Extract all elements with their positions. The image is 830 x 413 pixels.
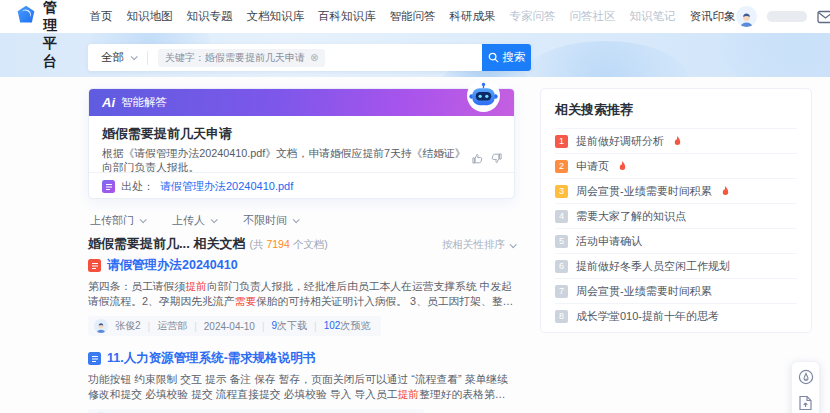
feedback-button[interactable]	[798, 369, 814, 385]
source-link[interactable]: 请假管理办法20240410.pdf	[160, 179, 293, 194]
logo[interactable]: 知识管理平台	[16, 0, 58, 71]
results-count: (共 7194 个文档)	[249, 238, 327, 252]
rank-badge: 7	[555, 285, 568, 298]
related-search-label: 活动申请确认	[576, 234, 642, 249]
search-button[interactable]: 搜索	[482, 44, 531, 71]
username-masked	[767, 11, 807, 22]
result-department: 运营部	[157, 319, 187, 333]
chevron-down-icon	[131, 53, 138, 60]
nav-item-3[interactable]: 文档知识库	[247, 9, 305, 24]
filter-label: 不限时间	[243, 213, 287, 228]
nav-item-6[interactable]: 科研成果	[450, 9, 496, 24]
pdf-file-icon	[88, 259, 101, 272]
related-search-label: 需要大家了解的知识点	[576, 209, 686, 224]
doc-file-icon	[88, 352, 101, 365]
search-scope-value: 全部	[101, 50, 124, 65]
nav-item-7[interactable]: 专家问答	[510, 9, 556, 24]
ai-source-divider	[89, 172, 514, 173]
filter-uploader[interactable]: 上传人	[172, 213, 216, 228]
chevron-down-icon	[510, 241, 517, 248]
related-search-label: 成长学堂010-提前十年的思考	[576, 309, 719, 324]
flame-icon	[673, 136, 682, 147]
search-button-label: 搜索	[503, 50, 526, 65]
keyword-tag[interactable]: 关键字：婚假需要提前几天申请 ⊗	[158, 49, 325, 67]
related-search-label: 申请页	[576, 159, 609, 174]
messages-button[interactable]	[817, 10, 830, 24]
banner-decoration	[520, 41, 690, 77]
header-right	[736, 6, 830, 27]
nav-item-10[interactable]: 资讯印象	[690, 9, 736, 24]
sort-select[interactable]: 按相关性排序	[442, 238, 515, 252]
result-meta: 白洪生 | 智慧识才产品中心 | 2023-11-13 | 0次下载 | 0次预…	[88, 409, 424, 413]
rank-badge: 5	[555, 235, 568, 248]
logo-icon	[16, 5, 36, 29]
rank-badge: 8	[555, 310, 568, 323]
result-meta: 张俊2 | 运营部 | 2024-04-10 | 9次下载 | 102次预览	[88, 316, 381, 336]
thumb-down-icon[interactable]	[491, 153, 502, 164]
result-views: 102次预览	[324, 319, 371, 333]
nav-item-4[interactable]: 百科知识库	[318, 9, 376, 24]
result-author: 张俊2	[115, 319, 141, 333]
nav-item-9[interactable]: 知识笔记	[630, 9, 676, 24]
results-list: 请假管理办法20240410 第四条：员工请假须提前向部门负责人报批，经批准后由…	[88, 257, 515, 413]
nav-item-8[interactable]: 问答社区	[570, 9, 616, 24]
nav-item-2[interactable]: 知识专题	[187, 9, 233, 24]
related-search-title: 相关搜索推荐	[555, 101, 797, 128]
filter-upload-dept[interactable]: 上传部门	[90, 213, 145, 228]
nav-item-5[interactable]: 智能问答	[390, 9, 436, 24]
search-icon	[488, 52, 499, 63]
robot-icon	[466, 78, 501, 113]
related-search-label: 周会宣贯-业绩需要时间积累	[576, 184, 712, 199]
related-search-item-5[interactable]: 6 提前做好冬季人员空闲工作规划	[555, 253, 797, 278]
results-count-number: 7194	[266, 238, 289, 250]
related-search-item-0[interactable]: 1 提前做好调研分析	[555, 128, 797, 153]
rank-badge: 4	[555, 210, 568, 223]
search-divider	[147, 51, 148, 65]
related-search-item-1[interactable]: 2 申请页	[555, 153, 797, 178]
floating-toolbar	[791, 361, 820, 413]
ai-card-header: Ai 智能解答	[89, 89, 514, 116]
result-title-row: 11.人力资源管理系统-需求规格说明书	[88, 350, 515, 367]
filter-time[interactable]: 不限时间	[243, 213, 298, 228]
remove-keyword-icon[interactable]: ⊗	[310, 53, 318, 63]
related-search-item-6[interactable]: 7 周会宣贯-业绩需要时间积累	[555, 278, 797, 303]
result-downloads: 9次下载	[272, 319, 308, 333]
search-bar: 全部 关键字：婚假需要提前几天申请 ⊗ 搜索	[88, 44, 531, 71]
logo-text: 知识管理平台	[43, 0, 58, 71]
flame-icon	[721, 186, 730, 197]
user-avatar[interactable]	[736, 6, 757, 27]
source-file-icon	[102, 180, 115, 193]
result-title-row: 请假管理办法20240410	[88, 257, 515, 274]
result-title[interactable]: 11.人力资源管理系统-需求规格说明书	[107, 350, 315, 367]
result-item-0: 请假管理办法20240410 第四条：员工请假须提前向部门负责人报批，经批准后由…	[88, 257, 515, 337]
knowledge-platform-page: 知识管理平台 首页知识地图知识专题文档知识库百科知识库智能问答科研成果专家问答问…	[0, 0, 830, 413]
ai-answer-text: 根据《请假管理办法20240410.pdf》文档，申请婚假应提前7天持《结婚证》…	[102, 146, 466, 174]
rank-badge: 1	[555, 135, 568, 148]
nav-item-1[interactable]: 知识地图	[127, 9, 173, 24]
search-scope-select[interactable]: 全部	[88, 50, 147, 65]
main-nav: 首页知识地图知识专题文档知识库百科知识库智能问答科研成果专家问答问答社区知识笔记…	[90, 9, 736, 24]
related-search-item-2[interactable]: 3 周会宣贯-业绩需要时间积累	[555, 178, 797, 203]
envelope-icon	[817, 10, 830, 24]
result-snippet: 第四条：员工请假须提前向部门负责人报批，经批准后由员工本人在运营支撑系统 中发起…	[88, 279, 515, 309]
nav-item-0[interactable]: 首页	[90, 9, 113, 24]
result-title[interactable]: 请假管理办法20240410	[107, 257, 238, 274]
related-search-label: 提前做好冬季人员空闲工作规划	[576, 259, 730, 274]
related-search-item-4[interactable]: 5 活动申请确认	[555, 228, 797, 253]
related-search-label: 提前做好调研分析	[576, 134, 664, 149]
ai-header-label: 智能解答	[121, 95, 167, 110]
related-search-item-3[interactable]: 4 需要大家了解的知识点	[555, 203, 797, 228]
ai-feedback	[472, 153, 502, 164]
results-header: 婚假需要提前几... 相关文档 (共 7194 个文档) 按相关性排序	[88, 235, 515, 253]
filter-label: 上传人	[172, 213, 205, 228]
thumb-up-icon[interactable]	[472, 153, 483, 164]
chevron-down-icon	[293, 216, 300, 223]
filter-label: 上传部门	[90, 213, 134, 228]
related-search-item-7[interactable]: 8 成长学堂010-提前十年的思考	[555, 303, 797, 328]
ai-question: 婚假需要提前几天申请	[102, 125, 232, 143]
related-search-label: 周会宣贯-业绩需要时间积累	[576, 284, 712, 299]
result-item-1: 11.人力资源管理系统-需求规格说明书 功能按钮 约束限制 交互 提示 备注 保…	[88, 350, 515, 413]
rank-badge: 2	[555, 160, 568, 173]
doc-upload-icon	[798, 395, 813, 411]
upload-document-button[interactable]	[798, 395, 813, 411]
